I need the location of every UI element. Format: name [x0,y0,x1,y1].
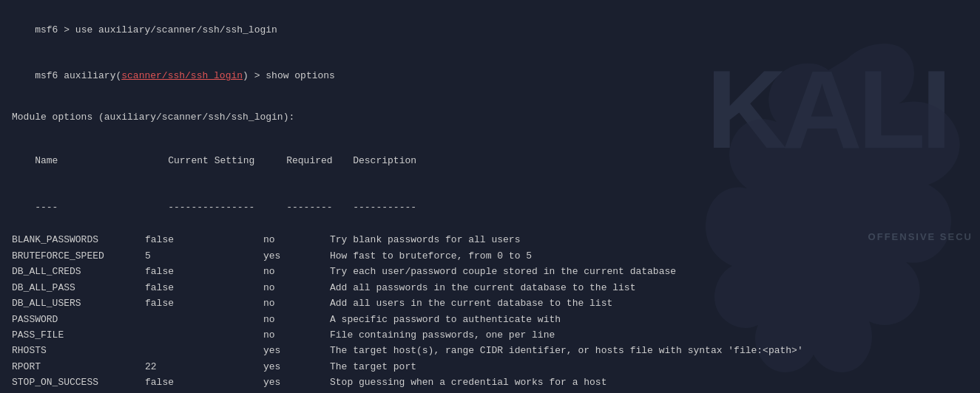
cell-name: BLANK_PASSWORDS [12,232,145,247]
cell-name: BRUTEFORCE_SPEED [12,248,145,264]
cell-name: DB_ALL_USERS [12,295,145,311]
prompt-prefix: msf6 > use auxiliary/scanner/ssh/ssh_log… [35,24,277,35]
cell-setting: false [145,264,263,279]
command-line-2: msf6 auxiliary(scanner/ssh/ssh_login) > … [12,53,968,99]
cell-name: DB_ALL_CREDS [12,264,145,279]
cell-description: The target host(s), range CIDR identifie… [330,343,803,358]
cell-setting: false [145,232,263,247]
cell-description: How fast to bruteforce, from 0 to 5 [330,248,532,264]
table-row: PASS_FILEnoFile containing passwords, on… [12,327,968,343]
module-name-red: scanner/ssh/ssh_login [121,70,243,81]
table-row: DB_ALL_USERSfalsenoAdd all users in the … [12,295,968,311]
cell-setting: 5 [145,248,263,264]
underline-setting: --------------- [168,200,286,216]
cell-name: PASSWORD [12,312,145,327]
module-options-title: Module options (auxiliary/scanner/ssh/ss… [12,110,968,126]
cell-name: RPORT [12,359,145,375]
cell-required: no [263,232,330,247]
table-underline-row: -------------------------------------- [12,185,968,230]
cell-name: STOP_ON_SUCCESS [12,375,145,390]
cell-required: no [263,295,330,311]
header-name: Name [35,154,168,169]
cell-required: no [263,312,330,327]
cell-description: A specific password to authenticate with [330,312,561,327]
header-description: Description [353,154,416,169]
table-row: BRUTEFORCE_SPEED5yesHow fast to brutefor… [12,248,968,264]
terminal-window: msf6 > use auxiliary/scanner/ssh/ssh_log… [0,0,980,393]
prompt-suffix2: ) > show options [243,70,335,81]
command-line-1: msf6 > use auxiliary/scanner/ssh/ssh_log… [12,7,968,53]
cell-description: Stop guessing when a credential works fo… [330,375,606,390]
cell-required: yes [263,359,330,375]
cell-name: DB_ALL_PASS [12,280,145,295]
cell-setting: false [145,295,263,311]
cell-setting: 22 [145,359,263,375]
cell-required: yes [263,248,330,264]
table-header-row: NameCurrent SettingRequiredDescription [12,139,968,185]
table-row: PASSWORDnoA specific password to authent… [12,312,968,327]
table-body: BLANK_PASSWORDSfalsenoTry blank password… [12,232,968,393]
cell-description: Add all passwords in the current databas… [330,280,635,295]
cell-name: PASS_FILE [12,327,145,343]
cell-description: The target port [330,359,416,375]
cell-description: File containing passwords, one per line [330,327,555,343]
underline-description: ----------- [353,200,416,216]
cell-required: yes [263,375,330,390]
cell-setting: false [145,375,263,390]
cell-required: no [263,327,330,343]
cell-required: no [263,280,330,295]
header-required: Required [286,154,353,169]
cell-required: yes [263,343,330,358]
underline-required: -------- [286,200,353,216]
cell-setting: false [145,280,263,295]
cell-name: RHOSTS [12,343,145,358]
table-row: DB_ALL_PASSfalsenoAdd all passwords in t… [12,280,968,295]
prompt-prefix2: msf6 auxiliary( [35,70,121,81]
table-row: DB_ALL_CREDSfalsenoTry each user/passwor… [12,264,968,279]
table-row: BLANK_PASSWORDSfalsenoTry blank password… [12,232,968,247]
table-row: RPORT22yesThe target port [12,359,968,375]
cell-description: Try blank passwords for all users [330,232,520,247]
underline-name: ---- [35,200,168,216]
table-row: STOP_ON_SUCCESSfalseyesStop guessing whe… [12,375,968,390]
cell-description: Try each user/password couple stored in … [330,264,676,279]
cell-description: Add all users in the current database to… [330,295,612,311]
cell-required: no [263,264,330,279]
table-row: RHOSTSyesThe target host(s), range CIDR … [12,343,968,358]
header-setting: Current Setting [168,154,286,169]
